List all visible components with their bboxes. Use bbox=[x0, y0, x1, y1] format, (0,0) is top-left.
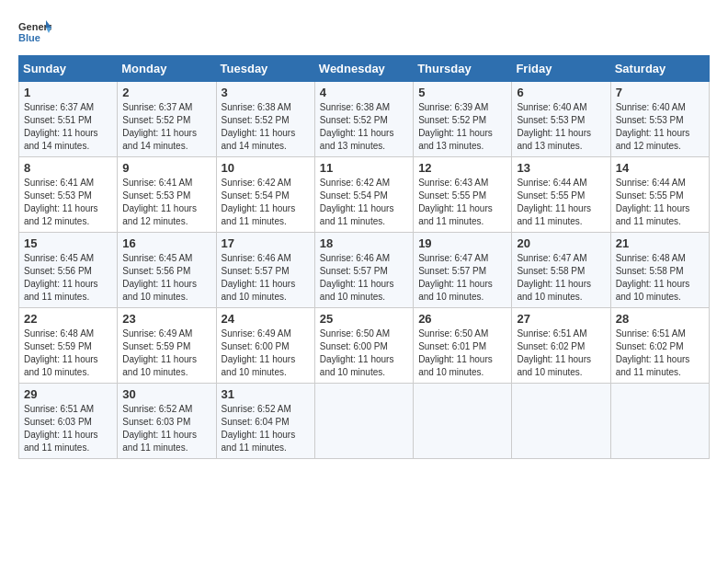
day-number: 21 bbox=[616, 236, 704, 250]
calendar-cell: 30 Sunrise: 6:52 AM Sunset: 6:03 PM Dayl… bbox=[118, 384, 216, 459]
calendar-cell: 31 Sunrise: 6:52 AM Sunset: 6:04 PM Dayl… bbox=[216, 384, 314, 459]
calendar-cell: 1 Sunrise: 6:37 AM Sunset: 5:51 PM Dayli… bbox=[19, 82, 118, 157]
calendar-cell: 3 Sunrise: 6:38 AM Sunset: 5:52 PM Dayli… bbox=[216, 82, 314, 157]
day-info: Sunrise: 6:52 AM Sunset: 6:04 PM Dayligh… bbox=[222, 403, 310, 454]
day-number: 24 bbox=[222, 312, 310, 326]
day-info: Sunrise: 6:44 AM Sunset: 5:55 PM Dayligh… bbox=[517, 177, 605, 228]
day-info: Sunrise: 6:48 AM Sunset: 5:59 PM Dayligh… bbox=[24, 327, 112, 379]
calendar-cell: 6 Sunrise: 6:40 AM Sunset: 5:53 PM Dayli… bbox=[512, 82, 610, 157]
day-info: Sunrise: 6:49 AM Sunset: 6:00 PM Dayligh… bbox=[222, 327, 310, 379]
day-info: Sunrise: 6:38 AM Sunset: 5:52 PM Dayligh… bbox=[222, 101, 310, 153]
day-number: 16 bbox=[122, 236, 210, 250]
day-info: Sunrise: 6:42 AM Sunset: 5:54 PM Dayligh… bbox=[320, 177, 408, 228]
calendar-cell: 13 Sunrise: 6:44 AM Sunset: 5:55 PM Dayl… bbox=[512, 157, 610, 233]
day-number: 29 bbox=[24, 387, 112, 401]
calendar-cell: 5 Sunrise: 6:39 AM Sunset: 5:52 PM Dayli… bbox=[414, 82, 512, 157]
day-number: 25 bbox=[320, 312, 408, 326]
day-number: 31 bbox=[222, 387, 310, 401]
calendar-cell bbox=[314, 384, 413, 459]
day-number: 28 bbox=[616, 312, 704, 326]
day-number: 20 bbox=[517, 236, 605, 250]
day-info: Sunrise: 6:43 AM Sunset: 5:55 PM Dayligh… bbox=[418, 177, 506, 228]
day-number: 22 bbox=[24, 312, 112, 326]
day-number: 26 bbox=[418, 312, 506, 326]
calendar-cell: 9 Sunrise: 6:41 AM Sunset: 5:53 PM Dayli… bbox=[118, 157, 216, 233]
day-info: Sunrise: 6:40 AM Sunset: 5:53 PM Dayligh… bbox=[517, 101, 605, 153]
day-number: 3 bbox=[222, 86, 310, 99]
day-number: 23 bbox=[122, 312, 210, 326]
day-info: Sunrise: 6:37 AM Sunset: 5:51 PM Dayligh… bbox=[24, 101, 112, 153]
weekday-header: Saturday bbox=[610, 56, 709, 82]
day-number: 18 bbox=[320, 236, 408, 250]
day-info: Sunrise: 6:38 AM Sunset: 5:52 PM Dayligh… bbox=[320, 101, 408, 153]
calendar-cell: 19 Sunrise: 6:47 AM Sunset: 5:57 PM Dayl… bbox=[414, 233, 512, 308]
day-info: Sunrise: 6:50 AM Sunset: 6:01 PM Dayligh… bbox=[418, 327, 506, 379]
calendar-cell: 16 Sunrise: 6:45 AM Sunset: 5:56 PM Dayl… bbox=[118, 233, 216, 308]
day-info: Sunrise: 6:39 AM Sunset: 5:52 PM Dayligh… bbox=[418, 101, 506, 153]
calendar-cell: 15 Sunrise: 6:45 AM Sunset: 5:56 PM Dayl… bbox=[19, 233, 118, 308]
weekday-header: Tuesday bbox=[216, 56, 314, 82]
calendar-cell: 12 Sunrise: 6:43 AM Sunset: 5:55 PM Dayl… bbox=[414, 157, 512, 233]
day-info: Sunrise: 6:46 AM Sunset: 5:57 PM Dayligh… bbox=[222, 252, 310, 304]
calendar-cell bbox=[414, 384, 512, 459]
calendar-cell: 26 Sunrise: 6:50 AM Sunset: 6:01 PM Dayl… bbox=[414, 308, 512, 384]
day-number: 17 bbox=[222, 236, 310, 250]
logo-icon: General Blue bbox=[18, 18, 51, 46]
day-number: 10 bbox=[222, 161, 310, 175]
calendar-cell: 20 Sunrise: 6:47 AM Sunset: 5:58 PM Dayl… bbox=[512, 233, 610, 308]
day-info: Sunrise: 6:47 AM Sunset: 5:57 PM Dayligh… bbox=[418, 252, 506, 304]
calendar-cell: 24 Sunrise: 6:49 AM Sunset: 6:00 PM Dayl… bbox=[216, 308, 314, 384]
calendar-cell: 8 Sunrise: 6:41 AM Sunset: 5:53 PM Dayli… bbox=[19, 157, 118, 233]
day-number: 19 bbox=[418, 236, 506, 250]
logo: General Blue bbox=[18, 18, 55, 46]
weekday-header: Wednesday bbox=[314, 56, 413, 82]
calendar-cell: 25 Sunrise: 6:50 AM Sunset: 6:00 PM Dayl… bbox=[314, 308, 413, 384]
calendar-cell: 21 Sunrise: 6:48 AM Sunset: 5:58 PM Dayl… bbox=[610, 233, 709, 308]
day-info: Sunrise: 6:50 AM Sunset: 6:00 PM Dayligh… bbox=[320, 327, 408, 379]
day-number: 4 bbox=[320, 86, 408, 99]
day-info: Sunrise: 6:44 AM Sunset: 5:55 PM Dayligh… bbox=[616, 177, 704, 228]
calendar-cell: 23 Sunrise: 6:49 AM Sunset: 5:59 PM Dayl… bbox=[118, 308, 216, 384]
calendar-cell: 7 Sunrise: 6:40 AM Sunset: 5:53 PM Dayli… bbox=[610, 82, 709, 157]
day-number: 30 bbox=[122, 387, 210, 401]
day-number: 12 bbox=[418, 161, 506, 175]
day-info: Sunrise: 6:45 AM Sunset: 5:56 PM Dayligh… bbox=[24, 252, 112, 304]
calendar-cell: 11 Sunrise: 6:42 AM Sunset: 5:54 PM Dayl… bbox=[314, 157, 413, 233]
day-info: Sunrise: 6:46 AM Sunset: 5:57 PM Dayligh… bbox=[320, 252, 408, 304]
calendar-cell bbox=[512, 384, 610, 459]
day-info: Sunrise: 6:51 AM Sunset: 6:03 PM Dayligh… bbox=[24, 403, 112, 454]
day-info: Sunrise: 6:52 AM Sunset: 6:03 PM Dayligh… bbox=[122, 403, 210, 454]
calendar-cell: 18 Sunrise: 6:46 AM Sunset: 5:57 PM Dayl… bbox=[314, 233, 413, 308]
calendar-cell: 27 Sunrise: 6:51 AM Sunset: 6:02 PM Dayl… bbox=[512, 308, 610, 384]
day-number: 7 bbox=[616, 86, 704, 99]
day-number: 2 bbox=[122, 86, 210, 99]
weekday-header: Thursday bbox=[414, 56, 512, 82]
day-number: 14 bbox=[616, 161, 704, 175]
page-header: General Blue bbox=[18, 18, 710, 46]
calendar-header: SundayMondayTuesdayWednesdayThursdayFrid… bbox=[19, 56, 710, 82]
day-number: 15 bbox=[24, 236, 112, 250]
day-info: Sunrise: 6:51 AM Sunset: 6:02 PM Dayligh… bbox=[616, 327, 704, 379]
day-info: Sunrise: 6:49 AM Sunset: 5:59 PM Dayligh… bbox=[122, 327, 210, 379]
calendar-cell: 28 Sunrise: 6:51 AM Sunset: 6:02 PM Dayl… bbox=[610, 308, 709, 384]
weekday-header: Monday bbox=[118, 56, 216, 82]
day-number: 9 bbox=[122, 161, 210, 175]
day-number: 27 bbox=[517, 312, 605, 326]
weekday-header: Sunday bbox=[19, 56, 118, 82]
svg-text:Blue: Blue bbox=[18, 32, 40, 43]
day-info: Sunrise: 6:51 AM Sunset: 6:02 PM Dayligh… bbox=[517, 327, 605, 379]
day-number: 1 bbox=[24, 86, 112, 99]
day-info: Sunrise: 6:45 AM Sunset: 5:56 PM Dayligh… bbox=[122, 252, 210, 304]
calendar-cell: 10 Sunrise: 6:42 AM Sunset: 5:54 PM Dayl… bbox=[216, 157, 314, 233]
calendar-cell: 14 Sunrise: 6:44 AM Sunset: 5:55 PM Dayl… bbox=[610, 157, 709, 233]
day-info: Sunrise: 6:41 AM Sunset: 5:53 PM Dayligh… bbox=[122, 177, 210, 228]
day-info: Sunrise: 6:41 AM Sunset: 5:53 PM Dayligh… bbox=[24, 177, 112, 228]
calendar-cell: 4 Sunrise: 6:38 AM Sunset: 5:52 PM Dayli… bbox=[314, 82, 413, 157]
calendar-table: SundayMondayTuesdayWednesdayThursdayFrid… bbox=[18, 55, 710, 459]
day-info: Sunrise: 6:48 AM Sunset: 5:58 PM Dayligh… bbox=[616, 252, 704, 304]
day-number: 5 bbox=[418, 86, 506, 99]
calendar-cell: 2 Sunrise: 6:37 AM Sunset: 5:52 PM Dayli… bbox=[118, 82, 216, 157]
day-info: Sunrise: 6:47 AM Sunset: 5:58 PM Dayligh… bbox=[517, 252, 605, 304]
day-number: 6 bbox=[517, 86, 605, 99]
day-info: Sunrise: 6:42 AM Sunset: 5:54 PM Dayligh… bbox=[222, 177, 310, 228]
